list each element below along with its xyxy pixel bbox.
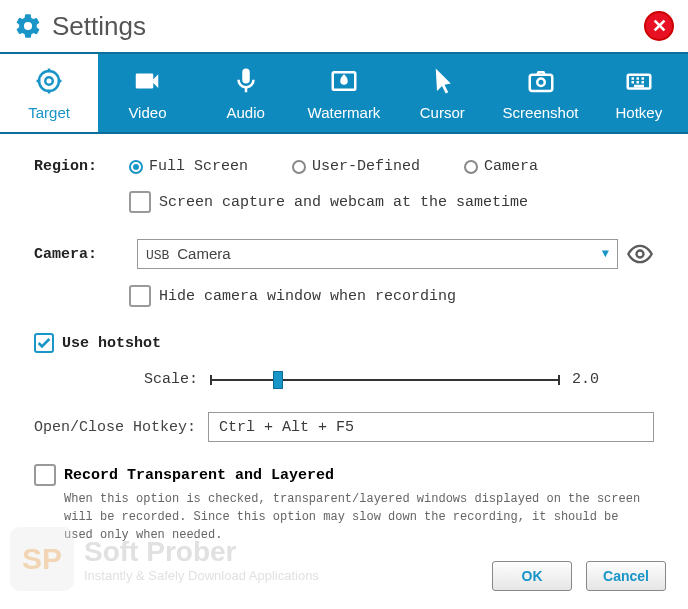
target-icon (34, 66, 64, 96)
screen-webcam-row: Screen capture and webcam at the sametim… (129, 191, 654, 213)
scale-row: Scale: 2.0 (144, 371, 654, 388)
camera-icon (526, 66, 556, 96)
hotshot-label: Use hotshot (62, 335, 161, 352)
keyboard-icon (624, 66, 654, 96)
slider-track (210, 379, 560, 381)
radio-user-defined[interactable]: User-Defined (292, 158, 420, 175)
slider-thumb[interactable] (273, 371, 283, 389)
region-row: Region: Full Screen User-Defined Camera (34, 158, 654, 175)
svg-rect-3 (529, 74, 552, 90)
tab-audio[interactable]: Audio (197, 54, 295, 132)
region-label: Region: (34, 158, 129, 175)
watermark-icon (329, 66, 359, 96)
cursor-icon (427, 66, 457, 96)
tab-screenshot[interactable]: Screenshot (491, 54, 589, 132)
slider-tick (210, 375, 212, 385)
radio-full-screen[interactable]: Full Screen (129, 158, 248, 175)
tab-label: Audio (227, 104, 265, 121)
hide-camera-row: Hide camera window when recording (129, 285, 654, 307)
radio-label: Full Screen (149, 158, 248, 175)
select-value: USB Camera (146, 245, 231, 263)
preview-button[interactable] (626, 240, 654, 268)
radio-label: Camera (484, 158, 538, 175)
softprober-watermark: SP Soft Prober Instantly & Safely Downlo… (10, 527, 319, 591)
radio-label: User-Defined (312, 158, 420, 175)
checkbox-hotshot[interactable] (34, 333, 54, 353)
button-bar: OK Cancel (492, 561, 666, 591)
tab-target[interactable]: Target (0, 54, 98, 132)
watermark-sub: Instantly & Safely Download Applications (84, 568, 319, 583)
tab-label: Cursor (420, 104, 465, 121)
gear-icon (14, 12, 42, 40)
video-icon (132, 66, 162, 96)
tab-hotkey[interactable]: Hotkey (590, 54, 688, 132)
checkbox-label: Hide camera window when recording (159, 288, 456, 305)
tab-cursor[interactable]: Cursor (393, 54, 491, 132)
checkbox-record-transparent[interactable] (34, 464, 56, 486)
close-icon: ✕ (652, 17, 667, 35)
svg-point-0 (39, 71, 59, 91)
svg-point-6 (637, 251, 644, 258)
svg-point-1 (45, 77, 53, 85)
camera-row: Camera: USB Camera ▼ (34, 239, 654, 269)
region-radio-group: Full Screen User-Defined Camera (129, 158, 538, 175)
radio-icon (464, 160, 478, 174)
checkbox-screen-webcam[interactable] (129, 191, 151, 213)
svg-point-4 (537, 78, 545, 86)
chevron-down-icon: ▼ (602, 247, 609, 261)
checkbox-hide-camera[interactable] (129, 285, 151, 307)
ok-button[interactable]: OK (492, 561, 572, 591)
scale-slider[interactable] (210, 372, 560, 388)
tab-video[interactable]: Video (98, 54, 196, 132)
camera-label: Camera: (34, 246, 129, 263)
radio-icon (129, 160, 143, 174)
slider-tick (558, 375, 560, 385)
tab-label: Watermark (308, 104, 381, 121)
tab-label: Target (28, 104, 70, 121)
watermark-badge: SP (10, 527, 74, 591)
titlebar: Settings ✕ (0, 0, 688, 52)
scale-label: Scale: (144, 371, 198, 388)
tab-watermark[interactable]: Watermark (295, 54, 393, 132)
tab-label: Video (128, 104, 166, 121)
hotkey-input[interactable]: Ctrl + Alt + F5 (208, 412, 654, 442)
hotkey-row: Open/Close Hotkey: Ctrl + Alt + F5 (34, 412, 654, 442)
tab-label: Screenshot (503, 104, 579, 121)
tab-label: Hotkey (615, 104, 662, 121)
record-row: Record Transparent and Layered (34, 464, 654, 486)
record-label: Record Transparent and Layered (64, 467, 334, 484)
content-panel: Region: Full Screen User-Defined Camera … (0, 134, 688, 544)
window-title: Settings (52, 11, 146, 42)
cancel-button[interactable]: Cancel (586, 561, 666, 591)
radio-icon (292, 160, 306, 174)
close-button[interactable]: ✕ (644, 11, 674, 41)
camera-select[interactable]: USB Camera ▼ (137, 239, 618, 269)
hotkey-label: Open/Close Hotkey: (34, 419, 196, 436)
hotshot-row: Use hotshot (34, 333, 654, 353)
scale-value: 2.0 (572, 371, 599, 388)
mic-icon (231, 66, 261, 96)
checkbox-label: Screen capture and webcam at the sametim… (159, 194, 528, 211)
tabs: Target Video Audio Watermark Cursor Scre… (0, 52, 688, 134)
watermark-title: Soft Prober (84, 536, 319, 568)
radio-camera[interactable]: Camera (464, 158, 538, 175)
